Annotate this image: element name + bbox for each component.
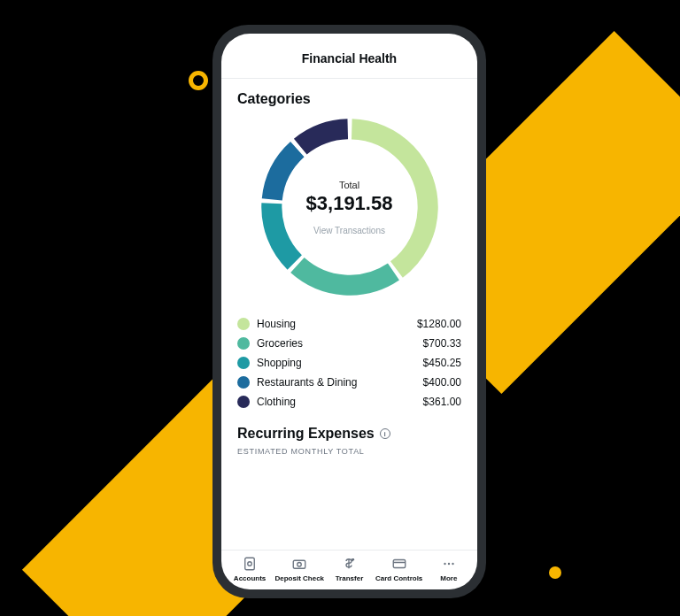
legend-label: Groceries [257, 337, 423, 350]
tab-accounts[interactable]: Accounts [226, 556, 274, 582]
svg-rect-4 [393, 560, 406, 568]
legend-row[interactable]: Clothing$361.00 [237, 392, 461, 412]
tab-transfer[interactable]: Transfer [325, 556, 374, 582]
legend-row[interactable]: Housing$1280.00 [237, 314, 461, 334]
tab-card-controls[interactable]: Card Controls [375, 556, 423, 582]
categories-donut-chart: Total $3,191.58 View Transactions [257, 114, 443, 300]
legend-row[interactable]: Shopping$450.25 [237, 353, 461, 373]
decorative-ring [189, 71, 208, 90]
bottom-tab-bar: AccountsDeposit CheckTransferCard Contro… [221, 550, 477, 589]
svg-point-3 [298, 563, 302, 567]
decorative-dot [549, 566, 561, 579]
recurring-expenses-subtitle: ESTIMATED MONTHLY TOTAL [237, 447, 461, 456]
app-screen: Financial Health Categories Total $3,191… [221, 34, 477, 589]
legend-value: $361.00 [423, 396, 461, 408]
main-content: Categories Total $3,191.58 View Transact… [221, 79, 477, 550]
donut-total-value: $3,191.58 [306, 192, 393, 215]
legend-dot-icon [237, 357, 250, 369]
tab-label: Card Controls [375, 574, 422, 582]
legend-value: $450.25 [423, 357, 461, 369]
legend-value: $1280.00 [417, 318, 461, 330]
legend-row[interactable]: Restaurants & Dining$400.00 [237, 373, 461, 392]
phone-frame: Financial Health Categories Total $3,191… [212, 25, 486, 598]
more-icon [441, 556, 457, 572]
legend-label: Clothing [257, 396, 423, 408]
legend-dot-icon [237, 396, 250, 408]
svg-point-7 [452, 563, 453, 565]
svg-rect-0 [245, 558, 255, 570]
recurring-expenses-label: Recurring Expenses [237, 426, 375, 442]
transfer-icon [341, 556, 357, 572]
svg-rect-2 [294, 560, 306, 568]
accounts-icon [242, 556, 258, 572]
legend-label: Restaurants & Dining [257, 376, 423, 389]
page-title: Financial Health [221, 34, 477, 79]
svg-point-6 [448, 563, 450, 565]
legend-dot-icon [237, 376, 250, 389]
deposit-check-icon [291, 556, 307, 572]
svg-point-1 [248, 562, 252, 566]
card-controls-icon [391, 556, 407, 572]
tab-label: Accounts [234, 574, 266, 582]
legend-dot-icon [237, 337, 250, 350]
tab-label: Deposit Check [275, 574, 324, 582]
legend-label: Shopping [257, 357, 423, 369]
view-transactions-link[interactable]: View Transactions [313, 226, 385, 235]
legend-value: $400.00 [423, 376, 461, 389]
legend-value: $700.33 [423, 337, 461, 350]
recurring-expenses-title: Recurring Expenses i [237, 426, 461, 442]
donut-center: Total $3,191.58 View Transactions [257, 114, 443, 300]
tab-more[interactable]: More [424, 556, 473, 582]
donut-total-label: Total [339, 180, 359, 190]
tab-label: Transfer [336, 574, 364, 582]
tab-deposit-check[interactable]: Deposit Check [275, 556, 324, 582]
legend-dot-icon [237, 318, 250, 330]
svg-point-5 [444, 563, 445, 565]
info-icon[interactable]: i [380, 428, 390, 439]
legend-label: Housing [257, 318, 417, 330]
tab-label: More [440, 574, 457, 582]
categories-title: Categories [237, 91, 461, 107]
legend-row[interactable]: Groceries$700.33 [237, 334, 461, 353]
categories-legend: Housing$1280.00Groceries$700.33Shopping$… [237, 314, 461, 412]
